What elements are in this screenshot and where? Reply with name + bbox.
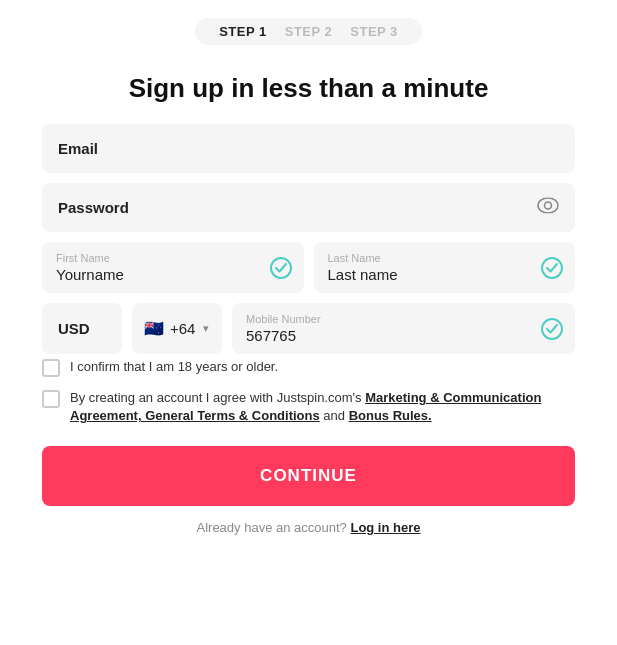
eye-icon[interactable] [537, 197, 559, 218]
svg-point-1 [545, 202, 552, 209]
email-label: Email [58, 140, 98, 157]
chevron-down-icon: ▾ [203, 322, 209, 335]
mobile-field[interactable]: Mobile Number 567765 [232, 303, 575, 354]
last-name-check-icon [541, 257, 563, 279]
flag-icon: 🇳🇿 [144, 319, 164, 338]
password-label: Password [58, 199, 129, 216]
agree-checkbox[interactable] [42, 390, 60, 408]
login-link[interactable]: Log in here [350, 520, 420, 535]
agree-checkbox-label: By creating an account I agree with Just… [70, 389, 575, 425]
password-field[interactable]: Password [42, 183, 575, 232]
mobile-value: 567765 [246, 327, 561, 344]
login-text: Already have an account? Log in here [197, 520, 421, 535]
phone-code-value: +64 [170, 320, 195, 337]
agree-checkbox-row: By creating an account I agree with Just… [42, 389, 575, 425]
currency-label: USD [58, 320, 90, 337]
agree-link2[interactable]: Bonus Rules. [349, 408, 432, 423]
page-title: Sign up in less than a minute [99, 73, 519, 104]
agree-prefix: By creating an account I agree with Just… [70, 390, 365, 405]
age-checkbox-row: I confirm that I am 18 years or older. [42, 358, 575, 377]
form-container: Email Password First Name Yourname Last … [0, 124, 617, 354]
email-field[interactable]: Email [42, 124, 575, 173]
first-name-check-icon [270, 257, 292, 279]
first-name-field[interactable]: First Name Yourname [42, 242, 304, 293]
steps-bar: STEP 1 STEP 2 STEP 3 [0, 0, 617, 55]
currency-field[interactable]: USD [42, 303, 122, 354]
mobile-check-icon [541, 318, 563, 340]
last-name-field[interactable]: Last Name Last name [314, 242, 576, 293]
age-checkbox[interactable] [42, 359, 60, 377]
last-name-label: Last Name [328, 252, 562, 264]
age-checkbox-label: I confirm that I am 18 years or older. [70, 358, 278, 376]
login-prefix: Already have an account? [197, 520, 351, 535]
phone-row: USD 🇳🇿 +64 ▾ Mobile Number 567765 [42, 303, 575, 354]
phone-code-field[interactable]: 🇳🇿 +64 ▾ [132, 303, 222, 354]
step1-label: STEP 1 [219, 24, 267, 39]
step-pill: STEP 1 STEP 2 STEP 3 [195, 18, 422, 45]
step3-label: STEP 3 [350, 24, 398, 39]
svg-point-0 [538, 198, 558, 213]
first-name-label: First Name [56, 252, 290, 264]
checkboxes-container: I confirm that I am 18 years or older. B… [0, 358, 617, 425]
last-name-value: Last name [328, 266, 562, 283]
step2-label: STEP 2 [285, 24, 333, 39]
name-row: First Name Yourname Last Name Last name [42, 242, 575, 293]
continue-button[interactable]: CONTINUE [42, 446, 575, 506]
first-name-value: Yourname [56, 266, 290, 283]
mobile-label: Mobile Number [246, 313, 561, 325]
agree-mid: and [320, 408, 349, 423]
